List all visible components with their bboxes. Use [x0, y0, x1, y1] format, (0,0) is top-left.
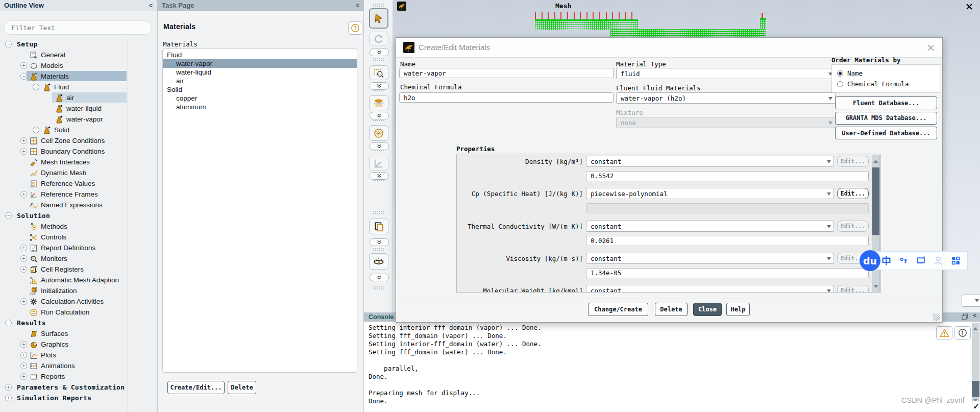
toolbar-drag-handle[interactable]: [373, 248, 385, 251]
expand-node-icon[interactable]: +: [5, 384, 12, 391]
materials-listbox[interactable]: Fluidwater-vaporwater-liquidairSolidcopp…: [162, 49, 357, 373]
help-button[interactable]: ?: [348, 21, 362, 35]
expand-node-icon[interactable]: +: [20, 137, 27, 144]
materials-list-item-air[interactable]: air: [163, 77, 357, 85]
tree-item-report-definitions[interactable]: +Report Definitions: [0, 243, 128, 253]
materials-list-item-aluminum[interactable]: aluminum: [163, 103, 357, 111]
scroll-down-icon[interactable]: [873, 285, 878, 290]
collapse-node-icon[interactable]: −: [5, 41, 12, 47]
tree-item-air[interactable]: air: [0, 92, 128, 103]
tree-item-animations[interactable]: +Animations: [0, 360, 128, 371]
create-edit-button[interactable]: Create/Edit...: [167, 381, 225, 394]
change-create-button[interactable]: Change/Create: [588, 303, 648, 316]
fluent-database-button[interactable]: Fluent Database...: [835, 96, 937, 109]
radio-selected-icon[interactable]: [837, 70, 843, 77]
chemical-formula-input[interactable]: h2o: [399, 92, 614, 103]
dialog-resize-grip[interactable]: [933, 313, 940, 321]
help-button[interactable]: Help: [726, 303, 750, 316]
punctuation-icon[interactable]: [898, 255, 909, 266]
tree-item-cell-registers[interactable]: +Cell Registers: [0, 264, 128, 275]
material-type-dropdown[interactable]: fluid: [616, 68, 836, 79]
chevron-expand-icon[interactable]: [370, 49, 389, 56]
tree-item-reports[interactable]: +Reports: [0, 371, 128, 382]
copy-screenshot-button[interactable]: [369, 219, 388, 234]
materials-list-item-fluid[interactable]: Fluid: [163, 51, 357, 59]
fluent-fluid-materials-dropdown[interactable]: water-vapor (h2o): [616, 92, 836, 104]
collapse-node-icon[interactable]: −: [5, 212, 12, 219]
edit-property-button[interactable]: Edit...: [837, 156, 869, 167]
radio-unselected-icon[interactable]: [837, 81, 843, 87]
expand-node-icon[interactable]: +: [20, 362, 27, 369]
edit-property-button[interactable]: Edit...: [837, 285, 869, 293]
tree-item-named-expressions[interactable]: f(x)Named Expressions: [0, 200, 128, 210]
tree-item-simulation-reports[interactable]: +Simulation Reports: [0, 393, 128, 403]
chevron-expand-icon[interactable]: [370, 274, 389, 281]
tree-item-models[interactable]: +Models: [0, 60, 128, 71]
restore-panel-icon[interactable]: [962, 313, 968, 322]
warning-triangle-button[interactable]: [936, 326, 952, 340]
expand-node-icon[interactable]: +: [33, 127, 39, 133]
tree-item-surfaces[interactable]: Surfaces: [0, 328, 128, 339]
expand-node-icon[interactable]: +: [20, 373, 27, 380]
chevron-expand-icon[interactable]: [370, 142, 389, 150]
order-by-option-chemical-formula[interactable]: Chemical Formula: [837, 79, 909, 88]
expand-node-icon[interactable]: +: [5, 395, 12, 401]
tree-item-calculation-activities[interactable]: +Calculation Activities: [0, 296, 128, 307]
chevron-expand-icon[interactable]: [370, 172, 389, 180]
cursor-button[interactable]: [369, 8, 388, 29]
collapse-node-icon[interactable]: −: [33, 84, 39, 90]
toolbar-drag-handle[interactable]: [373, 58, 385, 61]
user-icon[interactable]: [933, 255, 944, 266]
property-method-dropdown[interactable]: constant: [586, 156, 834, 167]
granta-mds-database-button[interactable]: GRANTA MDS Database...: [835, 112, 937, 125]
tree-item-graphics[interactable]: +Graphics: [0, 339, 128, 350]
outline-collapse-chevron-icon[interactable]: <: [149, 0, 153, 11]
delete-button[interactable]: Delete: [655, 303, 688, 316]
console-scrollbar-thumb[interactable]: [972, 381, 979, 397]
property-method-dropdown[interactable]: piecewise-polynomial: [586, 188, 834, 199]
tree-item-cell-zone-conditions[interactable]: +Cell Zone Conditions: [0, 135, 128, 146]
tree-item-solid[interactable]: +Solid: [0, 125, 128, 135]
tree-item-results[interactable]: −Results: [0, 318, 128, 328]
tree-item-reference-frames[interactable]: +Reference Frames: [0, 189, 128, 200]
error-circle-button[interactable]: [954, 326, 971, 340]
materials-list-item-water-vapor[interactable]: water-vapor: [163, 59, 357, 68]
axes-plot-button[interactable]: [369, 156, 388, 171]
chevron-expand-icon[interactable]: [370, 112, 389, 119]
tree-item-initialization[interactable]: t=0Initialization: [0, 285, 128, 296]
task-page-collapse-chevron-icon[interactable]: <: [355, 0, 359, 11]
property-value-input[interactable]: 1.34e-05: [586, 268, 869, 278]
materials-list-item-copper[interactable]: copper: [163, 94, 357, 103]
expand-node-icon[interactable]: +: [20, 62, 27, 69]
properties-scrollbar-thumb[interactable]: [872, 167, 879, 235]
property-value-input[interactable]: 0.0261: [586, 236, 869, 246]
collapse-node-icon[interactable]: −: [5, 320, 12, 326]
order-by-option-name[interactable]: Name: [837, 68, 863, 78]
property-method-dropdown[interactable]: constant: [586, 253, 834, 264]
expand-node-icon[interactable]: +: [20, 298, 27, 305]
tree-item-dynamic-mesh[interactable]: Dynamic Mesh: [0, 167, 128, 178]
user-defined-database-button[interactable]: User-Defined Database...: [835, 127, 937, 139]
close-button[interactable]: Close: [693, 303, 722, 316]
tree-item-materials[interactable]: −Materials: [0, 71, 128, 82]
chinese-mode-icon[interactable]: [881, 255, 892, 266]
expand-node-icon[interactable]: +: [20, 266, 27, 273]
materials-list-item-solid[interactable]: Solid: [163, 85, 357, 94]
tree-item-setup[interactable]: −Setup: [0, 39, 128, 50]
delete-material-button[interactable]: Delete: [228, 381, 256, 394]
grid-apps-icon[interactable]: [950, 255, 961, 266]
name-input[interactable]: water-vapor: [399, 68, 614, 78]
rotate-view-button[interactable]: [369, 32, 388, 45]
console-output[interactable]: Setting interior-fff_domain (vapor) ... …: [369, 324, 542, 405]
tree-item-parameters-customization[interactable]: +Parameters & Customization: [0, 382, 128, 393]
tree-item-monitors[interactable]: +Monitors: [0, 253, 128, 264]
expand-node-icon[interactable]: +: [20, 245, 27, 251]
tree-item-methods[interactable]: Methods: [0, 221, 128, 232]
tree-item-water-liquid[interactable]: water-liquid: [0, 103, 128, 114]
materials-list-item-water-liquid[interactable]: water-liquid: [163, 68, 357, 77]
expand-node-icon[interactable]: +: [20, 352, 27, 358]
collapse-node-icon[interactable]: −: [20, 73, 27, 80]
tree-item-plots[interactable]: +Plots: [0, 350, 128, 360]
tree-item-water-vapor[interactable]: water-vapor: [0, 114, 128, 125]
expand-node-icon[interactable]: +: [20, 148, 27, 155]
